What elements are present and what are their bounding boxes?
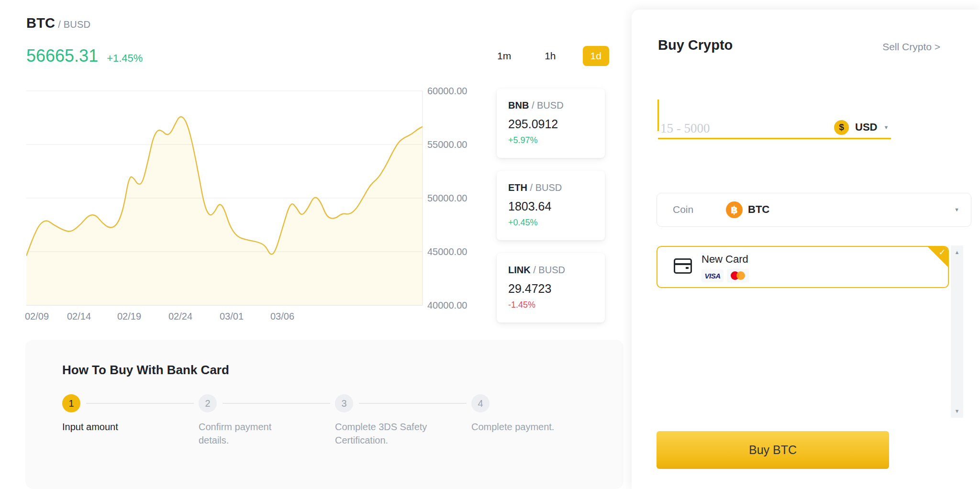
coin-value: BTC	[748, 203, 769, 216]
check-icon: ✓	[939, 247, 946, 257]
y-tick: 45000.00	[427, 246, 467, 257]
y-tick: 55000.00	[427, 139, 467, 150]
step-circle-4: 4	[471, 394, 490, 412]
ticker-change: +5.97%	[508, 135, 605, 145]
ticker-card-bnb[interactable]: BNB / BUSD295.0912+5.97%	[497, 89, 605, 158]
currency-code: USD	[855, 121, 877, 133]
step-circle-1: 1	[62, 394, 80, 412]
amount-input[interactable]	[659, 111, 824, 145]
chevron-down-icon: ▼	[883, 124, 889, 130]
ticker-price: 295.0912	[508, 117, 605, 131]
input-underline	[658, 138, 891, 139]
step-label-1: Input amount	[62, 420, 160, 433]
how-to-section: How To Buy With Bank Card 1Input amount2…	[25, 340, 624, 489]
dollar-icon: $	[834, 120, 849, 135]
timeframe-1d[interactable]: 1d	[583, 46, 609, 66]
ticker-card-eth[interactable]: ETH / BUSD1803.64+0.45%	[497, 171, 605, 240]
new-card-label: New Card	[702, 253, 748, 266]
chevron-down-icon: ▼	[954, 207, 959, 212]
card-icon	[674, 258, 692, 274]
buy-crypto-panel: Buy Crypto Sell Crypto > $ USD ▼ Coin ฿ …	[632, 10, 980, 489]
btc-icon: ฿	[726, 201, 743, 218]
x-tick: 02/14	[67, 311, 91, 322]
step-connector	[359, 403, 467, 404]
coin-selector[interactable]: Coin ฿ BTC ▼	[657, 193, 971, 227]
y-tick: 60000.00	[427, 86, 467, 97]
price-row: 56665.31 +1.45%	[26, 46, 143, 66]
timeframe-1m[interactable]: 1m	[490, 46, 518, 66]
sell-crypto-link[interactable]: Sell Crypto >	[882, 41, 940, 53]
page: BTC/ BUSD 56665.31 +1.45% 1m1h1d 60000.0…	[0, 0, 980, 489]
ticker-pair: LINK / BUSD	[508, 265, 605, 276]
scroll-up-icon[interactable]: ▲	[951, 249, 963, 255]
y-tick: 50000.00	[427, 193, 467, 204]
pair-quote: / BUSD	[58, 19, 90, 30]
how-to-title: How To Buy With Bank Card	[62, 363, 229, 378]
price-change: +1.45%	[107, 52, 143, 65]
payment-list-scrollbar[interactable]: ▲ ▼	[951, 245, 963, 418]
timeframe-group: 1m1h1d	[490, 46, 609, 66]
ticker-change: -1.45%	[508, 300, 605, 310]
x-tick: 02/24	[168, 311, 192, 322]
last-price: 56665.31	[26, 46, 98, 66]
step-label-2: Confirm payment details.	[199, 420, 297, 447]
scroll-down-icon[interactable]: ▼	[951, 408, 963, 414]
timeframe-1h[interactable]: 1h	[538, 46, 562, 66]
payment-method-new-card[interactable]: ✓ New Card VISA	[657, 246, 949, 288]
ticker-price: 29.4723	[508, 282, 605, 296]
x-tick: 02/19	[117, 311, 141, 322]
x-tick: 03/06	[270, 311, 294, 322]
ticker-price: 1803.64	[508, 200, 605, 213]
visa-logo: VISA	[702, 269, 724, 282]
card-network-logos: VISA	[702, 269, 749, 282]
step-connector	[223, 403, 330, 404]
step-label-3: Complete 3DS Safety Certification.	[335, 420, 433, 447]
x-tick: 02/09	[25, 311, 49, 322]
buy-btc-button[interactable]: Buy BTC	[657, 431, 889, 469]
ticker-pair: ETH / BUSD	[508, 182, 605, 193]
coin-label: Coin	[673, 204, 693, 215]
chart-canvas	[26, 79, 423, 309]
ticker-change: +0.45%	[508, 218, 605, 228]
input-caret	[657, 100, 659, 131]
pair-title: BTC/ BUSD	[26, 15, 90, 31]
pair-base: BTC	[26, 15, 55, 31]
selected-corner: ✓	[928, 247, 948, 267]
step-circle-2: 2	[199, 394, 217, 412]
ticker-card-link[interactable]: LINK / BUSD29.4723-1.45%	[497, 253, 605, 322]
ticker-pair: BNB / BUSD	[508, 100, 605, 111]
step-connector	[86, 403, 194, 404]
x-tick: 03/01	[220, 311, 244, 322]
price-chart	[26, 79, 423, 309]
step-label-4: Complete payment.	[471, 420, 569, 433]
y-tick: 40000.00	[427, 300, 467, 311]
step-circle-3: 3	[335, 394, 353, 412]
mastercard-logo	[727, 269, 749, 282]
currency-selector[interactable]: $ USD ▼	[834, 118, 889, 137]
panel-title: Buy Crypto	[658, 37, 733, 53]
